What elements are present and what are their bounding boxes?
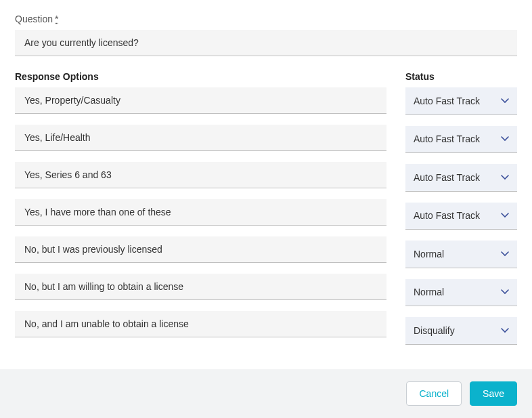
save-button[interactable]: Save <box>470 381 517 406</box>
question-label-text: Question <box>15 14 53 24</box>
status-select[interactable]: Disqualify <box>405 317 517 345</box>
status-select[interactable]: Auto Fast Track <box>405 164 517 192</box>
response-option-input[interactable] <box>15 199 386 226</box>
status-value: Normal <box>414 287 444 297</box>
status-value: Disqualify <box>414 325 455 336</box>
chevron-down-icon <box>501 98 509 104</box>
required-indicator: * <box>55 14 58 24</box>
response-option-input[interactable] <box>15 87 386 114</box>
cancel-button[interactable]: Cancel <box>406 381 462 406</box>
status-value: Auto Fast Track <box>414 96 480 106</box>
response-option-input[interactable] <box>15 125 386 151</box>
status-value: Auto Fast Track <box>414 210 480 221</box>
status-value: Normal <box>414 249 444 259</box>
chevron-down-icon <box>501 136 509 142</box>
chevron-down-icon <box>501 251 509 257</box>
chevron-down-icon <box>501 289 509 295</box>
response-option-input[interactable] <box>15 236 386 263</box>
question-label: Question * <box>15 14 517 24</box>
status-select[interactable]: Auto Fast Track <box>405 87 517 115</box>
response-options-header: Response Options <box>15 71 386 82</box>
response-option-input[interactable] <box>15 311 386 337</box>
status-select[interactable]: Normal <box>405 241 517 268</box>
status-value: Auto Fast Track <box>414 133 480 144</box>
chevron-down-icon <box>501 175 509 180</box>
footer: Cancel Save <box>0 369 532 418</box>
status-select[interactable]: Auto Fast Track <box>405 203 517 230</box>
chevron-down-icon <box>501 213 509 218</box>
status-select[interactable]: Normal <box>405 279 517 307</box>
chevron-down-icon <box>501 328 509 333</box>
status-select[interactable]: Auto Fast Track <box>405 126 517 154</box>
status-header: Status <box>405 71 517 82</box>
response-option-input[interactable] <box>15 274 386 300</box>
response-option-input[interactable] <box>15 162 386 188</box>
status-value: Auto Fast Track <box>414 172 480 183</box>
question-input[interactable] <box>15 30 517 56</box>
